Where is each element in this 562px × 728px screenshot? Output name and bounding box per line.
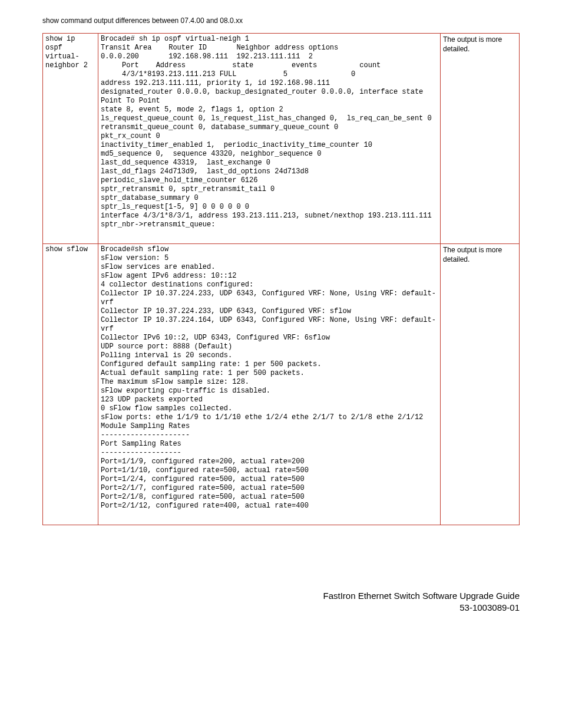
footer-title: FastIron Ethernet Switch Software Upgrad… bbox=[42, 590, 520, 602]
command-cell: show sflow bbox=[43, 244, 98, 525]
footer-partno: 53-1003089-01 bbox=[42, 602, 520, 614]
section-heading: show command output differences between … bbox=[42, 17, 520, 25]
note-cell: The output is more detailed. bbox=[441, 34, 520, 244]
table-row: show sflow Brocade#sh sflow sFlow versio… bbox=[43, 244, 520, 525]
note-cell: The output is more detailed. bbox=[441, 244, 520, 525]
page-footer: FastIron Ethernet Switch Software Upgrad… bbox=[42, 590, 520, 614]
table-row: show ip ospf virtual-neighbor 2 Brocade#… bbox=[43, 34, 520, 244]
command-cell: show ip ospf virtual-neighbor 2 bbox=[43, 34, 98, 244]
output-cell: Brocade#sh sflow sFlow version: 5 sFlow … bbox=[98, 244, 441, 525]
output-diff-table: show ip ospf virtual-neighbor 2 Brocade#… bbox=[42, 33, 520, 525]
output-cell: Brocade# sh ip ospf virtual-neigh 1 Tran… bbox=[98, 34, 441, 244]
